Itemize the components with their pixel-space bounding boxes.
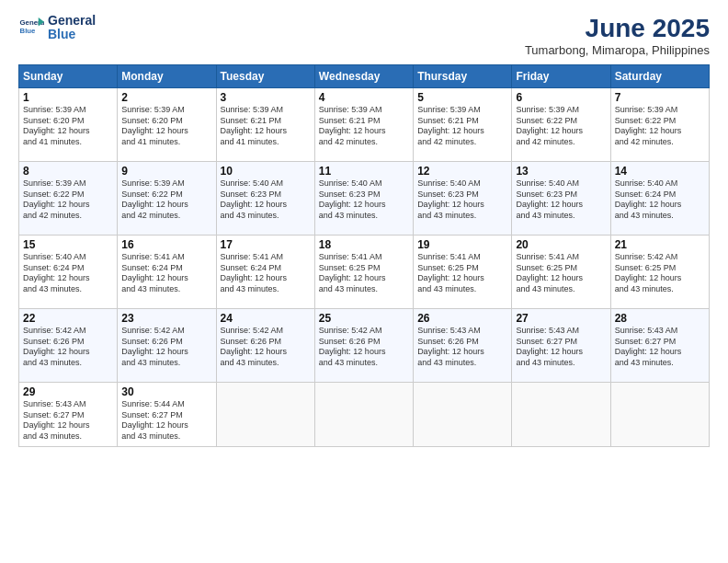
cell-info: Sunrise: 5:40 AM Sunset: 6:24 PM Dayligh… <box>615 178 705 222</box>
calendar-week-row: 29 Sunrise: 5:43 AM Sunset: 6:27 PM Dayl… <box>19 383 710 447</box>
header: General Blue General Blue June 2025 Tuma… <box>18 14 710 57</box>
cell-info: Sunrise: 5:42 AM Sunset: 6:26 PM Dayligh… <box>23 326 113 369</box>
table-row: 1 Sunrise: 5:39 AM Sunset: 6:20 PM Dayli… <box>19 88 118 162</box>
table-row: 16 Sunrise: 5:41 AM Sunset: 6:24 PM Dayl… <box>118 236 216 309</box>
day-number: 19 <box>417 238 507 251</box>
cell-info: Sunrise: 5:44 AM Sunset: 6:27 PM Dayligh… <box>121 399 211 442</box>
table-row: 2 Sunrise: 5:39 AM Sunset: 6:20 PM Dayli… <box>118 88 216 162</box>
table-row: 25 Sunrise: 5:42 AM Sunset: 6:26 PM Dayl… <box>314 309 413 383</box>
cell-info: Sunrise: 5:39 AM Sunset: 6:21 PM Dayligh… <box>221 105 311 148</box>
table-row: 6 Sunrise: 5:39 AM Sunset: 6:22 PM Dayli… <box>512 88 610 162</box>
cell-info: Sunrise: 5:41 AM Sunset: 6:25 PM Dayligh… <box>319 252 409 295</box>
table-row: 26 Sunrise: 5:43 AM Sunset: 6:26 PM Dayl… <box>414 309 512 383</box>
calendar-week-row: 15 Sunrise: 5:40 AM Sunset: 6:24 PM Dayl… <box>19 236 710 309</box>
title-block: June 2025 Tumarbong, Mimaropa, Philippin… <box>525 14 710 57</box>
table-row: 19 Sunrise: 5:41 AM Sunset: 6:25 PM Dayl… <box>414 236 512 309</box>
calendar-header-row: Sunday Monday Tuesday Wednesday Thursday… <box>19 65 710 88</box>
table-row: 7 Sunrise: 5:39 AM Sunset: 6:22 PM Dayli… <box>610 88 709 162</box>
table-row: 29 Sunrise: 5:43 AM Sunset: 6:27 PM Dayl… <box>19 383 118 447</box>
calendar-week-row: 8 Sunrise: 5:39 AM Sunset: 6:22 PM Dayli… <box>19 162 710 236</box>
table-row: 21 Sunrise: 5:42 AM Sunset: 6:25 PM Dayl… <box>610 236 709 309</box>
page: General Blue General Blue June 2025 Tuma… <box>0 0 728 563</box>
day-number: 12 <box>417 165 507 178</box>
day-number: 2 <box>121 91 211 104</box>
table-row <box>610 383 709 447</box>
cell-info: Sunrise: 5:41 AM Sunset: 6:25 PM Dayligh… <box>516 252 606 295</box>
table-row <box>314 383 413 447</box>
table-row: 17 Sunrise: 5:41 AM Sunset: 6:24 PM Dayl… <box>216 236 314 309</box>
day-number: 11 <box>319 165 409 178</box>
day-number: 7 <box>615 91 705 104</box>
day-number: 10 <box>221 165 311 178</box>
cell-info: Sunrise: 5:39 AM Sunset: 6:22 PM Dayligh… <box>23 178 113 222</box>
col-thursday: Thursday <box>414 65 512 88</box>
day-number: 15 <box>23 238 113 251</box>
table-row: 8 Sunrise: 5:39 AM Sunset: 6:22 PM Dayli… <box>19 162 118 236</box>
cell-info: Sunrise: 5:39 AM Sunset: 6:20 PM Dayligh… <box>23 105 113 148</box>
cell-info: Sunrise: 5:43 AM Sunset: 6:27 PM Dayligh… <box>615 326 705 369</box>
table-row: 27 Sunrise: 5:43 AM Sunset: 6:27 PM Dayl… <box>512 309 610 383</box>
day-number: 16 <box>121 238 211 251</box>
table-row <box>512 383 610 447</box>
day-number: 24 <box>221 312 311 325</box>
cell-info: Sunrise: 5:42 AM Sunset: 6:26 PM Dayligh… <box>319 326 409 369</box>
col-monday: Monday <box>118 65 216 88</box>
cell-info: Sunrise: 5:39 AM Sunset: 6:21 PM Dayligh… <box>319 105 409 148</box>
day-number: 14 <box>615 165 705 178</box>
cell-info: Sunrise: 5:39 AM Sunset: 6:20 PM Dayligh… <box>121 105 211 148</box>
day-number: 28 <box>615 312 705 325</box>
day-number: 8 <box>23 165 113 178</box>
table-row: 10 Sunrise: 5:40 AM Sunset: 6:23 PM Dayl… <box>216 162 314 236</box>
table-row <box>216 383 314 447</box>
main-title: June 2025 <box>525 14 710 43</box>
logo-text-general: General <box>48 14 96 28</box>
table-row <box>414 383 512 447</box>
table-row: 4 Sunrise: 5:39 AM Sunset: 6:21 PM Dayli… <box>314 88 413 162</box>
col-tuesday: Tuesday <box>216 65 314 88</box>
day-number: 13 <box>516 165 606 178</box>
table-row: 3 Sunrise: 5:39 AM Sunset: 6:21 PM Dayli… <box>216 88 314 162</box>
day-number: 6 <box>516 91 606 104</box>
cell-info: Sunrise: 5:40 AM Sunset: 6:23 PM Dayligh… <box>417 178 507 222</box>
table-row: 24 Sunrise: 5:42 AM Sunset: 6:26 PM Dayl… <box>216 309 314 383</box>
cell-info: Sunrise: 5:42 AM Sunset: 6:26 PM Dayligh… <box>121 326 211 369</box>
calendar-week-row: 22 Sunrise: 5:42 AM Sunset: 6:26 PM Dayl… <box>19 309 710 383</box>
table-row: 11 Sunrise: 5:40 AM Sunset: 6:23 PM Dayl… <box>314 162 413 236</box>
cell-info: Sunrise: 5:42 AM Sunset: 6:26 PM Dayligh… <box>221 326 311 369</box>
day-number: 17 <box>221 238 311 251</box>
logo-icon: General Blue <box>18 15 44 40</box>
day-number: 5 <box>417 91 507 104</box>
day-number: 30 <box>121 385 211 398</box>
col-friday: Friday <box>512 65 610 88</box>
table-row: 28 Sunrise: 5:43 AM Sunset: 6:27 PM Dayl… <box>610 309 709 383</box>
svg-text:Blue: Blue <box>20 28 37 36</box>
cell-info: Sunrise: 5:40 AM Sunset: 6:23 PM Dayligh… <box>516 178 606 222</box>
cell-info: Sunrise: 5:42 AM Sunset: 6:25 PM Dayligh… <box>615 252 705 295</box>
day-number: 9 <box>121 165 211 178</box>
day-number: 22 <box>23 312 113 325</box>
cell-info: Sunrise: 5:39 AM Sunset: 6:22 PM Dayligh… <box>121 178 211 222</box>
table-row: 30 Sunrise: 5:44 AM Sunset: 6:27 PM Dayl… <box>118 383 216 447</box>
col-saturday: Saturday <box>610 65 709 88</box>
cell-info: Sunrise: 5:39 AM Sunset: 6:21 PM Dayligh… <box>417 105 507 148</box>
logo-text-blue: Blue <box>48 28 96 41</box>
day-number: 27 <box>516 312 606 325</box>
table-row: 20 Sunrise: 5:41 AM Sunset: 6:25 PM Dayl… <box>512 236 610 309</box>
day-number: 29 <box>23 385 113 398</box>
cell-info: Sunrise: 5:40 AM Sunset: 6:23 PM Dayligh… <box>319 178 409 222</box>
table-row: 15 Sunrise: 5:40 AM Sunset: 6:24 PM Dayl… <box>19 236 118 309</box>
table-row: 23 Sunrise: 5:42 AM Sunset: 6:26 PM Dayl… <box>118 309 216 383</box>
day-number: 25 <box>319 312 409 325</box>
table-row: 13 Sunrise: 5:40 AM Sunset: 6:23 PM Dayl… <box>512 162 610 236</box>
table-row: 22 Sunrise: 5:42 AM Sunset: 6:26 PM Dayl… <box>19 309 118 383</box>
cell-info: Sunrise: 5:39 AM Sunset: 6:22 PM Dayligh… <box>615 105 705 148</box>
day-number: 26 <box>417 312 507 325</box>
col-wednesday: Wednesday <box>314 65 413 88</box>
sub-title: Tumarbong, Mimaropa, Philippines <box>525 43 710 57</box>
day-number: 1 <box>23 91 113 104</box>
cell-info: Sunrise: 5:43 AM Sunset: 6:27 PM Dayligh… <box>516 326 606 369</box>
table-row: 12 Sunrise: 5:40 AM Sunset: 6:23 PM Dayl… <box>414 162 512 236</box>
table-row: 5 Sunrise: 5:39 AM Sunset: 6:21 PM Dayli… <box>414 88 512 162</box>
day-number: 3 <box>221 91 311 104</box>
calendar-week-row: 1 Sunrise: 5:39 AM Sunset: 6:20 PM Dayli… <box>19 88 710 162</box>
